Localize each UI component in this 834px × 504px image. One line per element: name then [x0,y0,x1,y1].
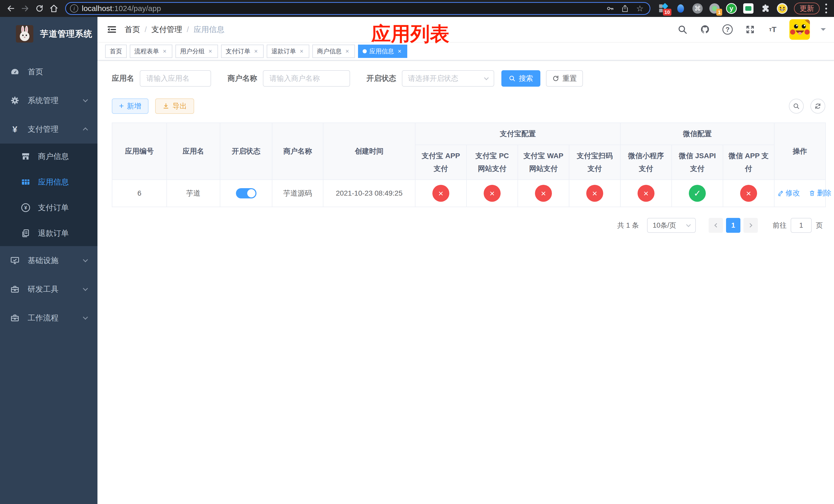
delete-link[interactable]: 删除 [809,188,831,198]
col-header-actions: 操作 [774,123,826,180]
extension-badge: 10 [663,9,672,16]
export-button[interactable]: 导出 [155,98,194,114]
extension-command-icon[interactable] [692,3,703,14]
sidebar-item-payment[interactable]: 支付管理 [0,115,97,143]
tab-merchant-info[interactable]: 商户信息 [312,45,355,58]
trash-icon [809,190,815,197]
sidebar-logo[interactable]: 芋道管理系统 [0,17,97,51]
browser-forward-icon[interactable] [19,2,31,15]
password-key-icon[interactable] [605,3,616,14]
browser-profile-avatar[interactable] [776,3,788,14]
sidebar-item-app-info[interactable]: 应用信息 [0,169,97,195]
sidebar-item-label: 商户信息 [38,151,69,162]
sidebar-item-system[interactable]: 系统管理 [0,86,97,115]
tab-process-form[interactable]: 流程表单 [130,45,172,58]
search-icon[interactable] [677,24,688,36]
pagination: 共 1 条 10条/页 1 前往 页 [112,218,825,233]
tab-close-icon[interactable] [161,48,168,55]
avatar-caret-icon[interactable] [821,28,826,33]
status-disabled-icon: × [638,185,655,202]
browser-menu-icon[interactable] [825,4,827,13]
tags-view-bar: 首页 流程表单 用户分组 支付订单 退款订单 商户信息 应用信息 [97,43,834,61]
goto-page-input[interactable] [791,218,812,233]
status-select[interactable]: 请选择开启状态 [402,70,494,87]
tab-refund-orders[interactable]: 退款订单 [267,45,309,58]
browser-back-icon[interactable] [5,2,17,15]
logo-rabbit-image [16,25,33,43]
bookmark-star-icon[interactable] [634,3,645,14]
page-size-select[interactable]: 10条/页 [647,218,696,233]
sidebar-item-workflow[interactable]: 工作流程 [0,303,97,332]
extension-y-icon[interactable] [726,3,737,14]
sidebar-collapse-icon[interactable] [106,23,118,36]
search-form: 应用名 商户名称 开启状态 请选择开启状态 搜索 [112,70,825,87]
extension-diamond-icon[interactable]: 10 [658,3,670,14]
edit-link[interactable]: 修改 [777,188,800,198]
col-header-created: 创建时间 [323,123,415,180]
navbar-actions: ? тT [677,19,826,40]
help-icon[interactable]: ? [722,24,733,36]
plus-icon [119,102,124,111]
search-button[interactable]: 搜索 [501,70,540,87]
browser-home-icon[interactable] [48,2,60,15]
tab-close-icon[interactable] [207,48,213,55]
browser-reload-icon[interactable] [33,2,46,15]
app-table: 应用编号 应用名 开启状态 商户名称 创建时间 支付宝配置 微信配置 操作 支付… [112,122,826,207]
address-bar[interactable]: i localhost:1024/pay/app [65,2,650,15]
reset-button[interactable]: 重置 [546,70,583,87]
extension-balloon-icon[interactable] [675,3,686,14]
app-name-input[interactable] [140,70,211,87]
yen-circle-icon [20,203,31,212]
refresh-table-icon[interactable] [810,99,825,114]
col-header-alipay-qr: 支付宝扫码支付 [569,145,620,180]
sidebar-item-merchant-info[interactable]: 商户信息 [0,143,97,169]
tab-close-icon[interactable] [299,48,305,55]
next-page-button[interactable] [744,218,758,233]
cell-app-name: 芋道 [167,180,220,207]
sidebar-item-refund-orders[interactable]: 退款订单 [0,221,97,246]
store-icon [20,152,31,161]
tab-user-group[interactable]: 用户分组 [175,45,218,58]
sidebar-item-label: 支付订单 [38,203,69,213]
col-header-app-name: 应用名 [167,123,220,180]
gear-icon [9,96,21,105]
tab-close-icon[interactable] [344,48,350,55]
extension-chat-icon[interactable] [743,3,754,14]
tab-close-icon[interactable] [253,48,259,55]
sidebar-item-label: 应用信息 [38,177,69,187]
sidebar-item-infrastructure[interactable]: 基础设施 [0,246,97,275]
sidebar-item-label: 基础设施 [28,255,59,266]
extension-proxy-icon[interactable]: 1 [709,3,720,14]
sidebar-item-label: 首页 [28,67,43,77]
extensions-menu-icon[interactable] [760,3,771,14]
merchant-name-input[interactable] [263,70,350,87]
add-button[interactable]: 新增 [112,98,149,114]
site-info-icon[interactable]: i [70,4,78,13]
sidebar-item-dev-tools[interactable]: 研发工具 [0,275,97,303]
toggle-search-icon[interactable] [789,99,804,114]
breadcrumb-home[interactable]: 首页 [125,24,140,35]
tab-close-icon[interactable] [396,48,403,55]
github-icon[interactable] [699,24,711,36]
share-icon[interactable] [619,3,631,14]
user-avatar[interactable] [789,19,810,40]
prev-page-button[interactable] [708,218,723,233]
col-header-status: 开启状态 [220,123,272,180]
sidebar-item-pay-orders[interactable]: 支付订单 [0,195,97,221]
sidebar-item-label: 系统管理 [28,95,59,106]
yen-icon [9,124,21,134]
current-page[interactable]: 1 [726,218,740,233]
tab-pay-orders[interactable]: 支付订单 [221,45,264,58]
font-size-icon[interactable]: тT [767,24,778,36]
tab-home[interactable]: 首页 [105,45,127,58]
sidebar-item-label: 工作流程 [28,313,59,323]
chevron-right-icon [748,223,752,228]
breadcrumb-section[interactable]: 支付管理 [151,24,182,35]
sidebar-item-home[interactable]: 首页 [0,58,97,86]
status-toggle[interactable] [236,188,257,199]
fullscreen-icon[interactable] [744,24,756,36]
chrome-update-button[interactable]: 更新 [794,3,820,14]
url-text: localhost:1024/pay/app [82,4,161,13]
merchant-name-label: 商户名称 [227,73,257,84]
breadcrumb-current: 应用信息 [194,24,224,35]
